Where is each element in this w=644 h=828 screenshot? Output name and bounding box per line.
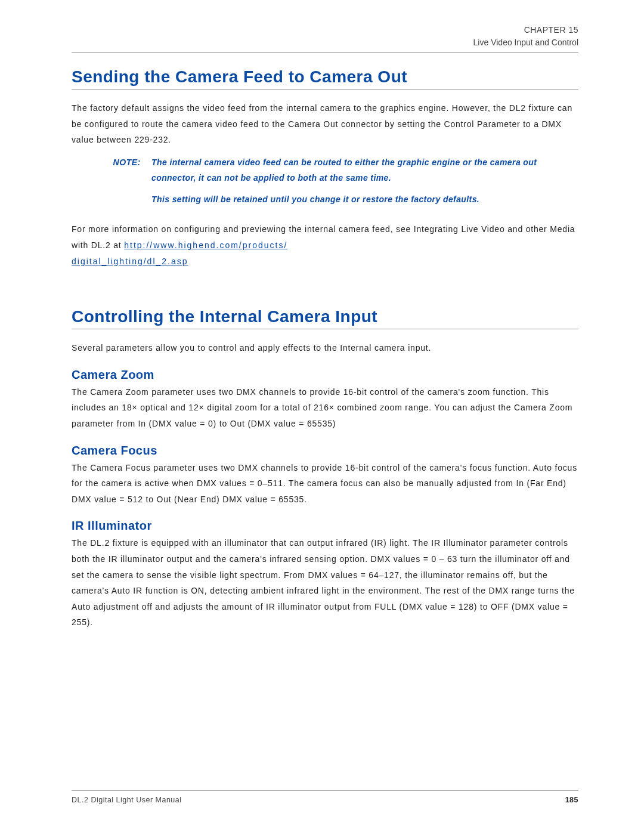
header-title: Live Video Input and Control <box>72 36 578 49</box>
note-block: NOTE: The internal camera video feed can… <box>72 155 578 214</box>
link-digital-lighting[interactable]: digital_lighting/dl_2.asp <box>72 257 188 266</box>
body-paragraph: The Camera Zoom parameter uses two DMX c… <box>72 384 578 432</box>
subheading-ir-illuminator: IR Illuminator <box>72 519 578 533</box>
body-paragraph: The Camera Focus parameter uses two DMX … <box>72 460 578 508</box>
section-divider <box>72 329 578 329</box>
section-heading-camera-out: Sending the Camera Feed to Camera Out <box>72 67 578 86</box>
page-header: CHAPTER 15 Live Video Input and Control <box>72 24 578 49</box>
section-divider <box>72 89 578 89</box>
body-paragraph: The DL.2 fixture is equipped with an ill… <box>72 535 578 631</box>
page: CHAPTER 15 Live Video Input and Control … <box>0 0 644 828</box>
note-label: NOTE: <box>97 155 141 171</box>
subheading-camera-zoom: Camera Zoom <box>72 368 578 382</box>
body-paragraph: For more information on configuring and … <box>72 221 578 269</box>
footer-page-number: 185 <box>565 796 578 804</box>
section-heading-internal-camera: Controlling the Internal Camera Input <box>72 307 578 326</box>
header-chapter: CHAPTER 15 <box>72 24 578 36</box>
body-paragraph: The factory default assigns the video fe… <box>72 100 578 148</box>
page-footer: DL.2 Digital Light User Manual 185 <box>72 790 578 804</box>
link-highend-products[interactable]: http://www.highend.com/products/ <box>124 240 287 250</box>
header-divider <box>72 52 578 53</box>
footer-divider <box>72 790 578 791</box>
subheading-camera-focus: Camera Focus <box>72 444 578 458</box>
footer-manual-title: DL.2 Digital Light User Manual <box>72 796 182 804</box>
note-text: The internal camera video feed can be ro… <box>151 155 578 186</box>
note-text: This setting will be retained until you … <box>151 192 578 208</box>
body-paragraph: Several parameters allow you to control … <box>72 340 578 356</box>
